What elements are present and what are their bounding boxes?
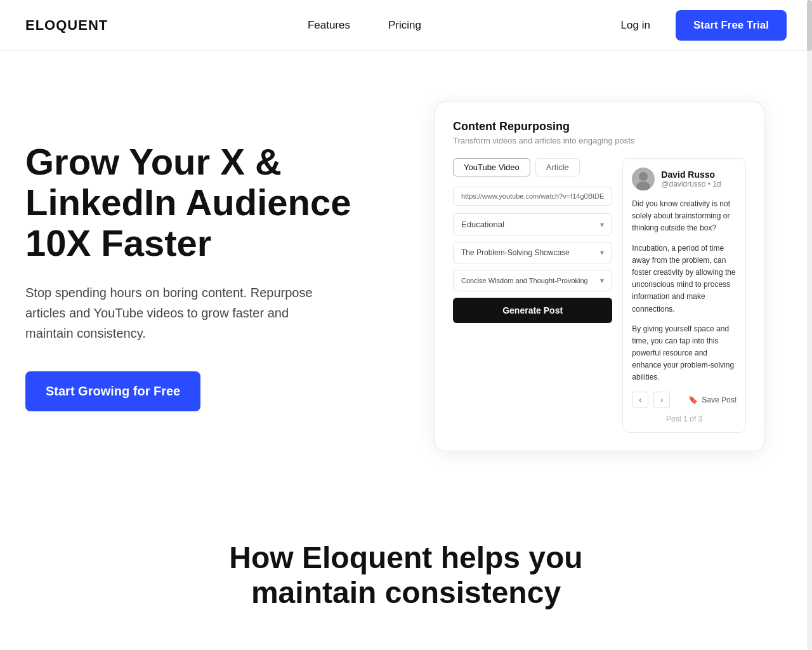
hero-headline: Grow Your X & LinkedIn Audience 10X Fast… [25, 142, 374, 263]
chevron-down-icon: ▾ [600, 220, 604, 229]
scrollbar[interactable] [807, 0, 812, 650]
hero-left: Grow Your X & LinkedIn Audience 10X Fast… [25, 142, 374, 411]
tone-select[interactable]: Educational ▾ [453, 213, 612, 235]
navbar: ELOQUENT Features Pricing Log in Start F… [0, 0, 812, 51]
show-value: The Problem-Solving Showcase [461, 248, 570, 257]
consistency-section: How Eloquent helps you maintain consiste… [0, 489, 812, 650]
prev-arrow[interactable]: ‹ [632, 392, 648, 408]
chevron-down-icon-3: ▾ [600, 276, 604, 285]
style-select[interactable]: Concise Wisdom and Thought-Provoking ▾ [453, 270, 612, 291]
url-input[interactable]: https://www.youtube.com/watch?v=f14g0BtD… [453, 187, 612, 206]
bookmark-icon: 🔖 [688, 395, 698, 404]
chevron-down-icon-2: ▾ [600, 248, 604, 257]
content-repurposing-card: Content Repurposing Transform videos and… [435, 102, 764, 451]
tab-youtube[interactable]: YouTube Video [453, 158, 530, 176]
show-select[interactable]: The Problem-Solving Showcase ▾ [453, 242, 612, 263]
result-text-3: By giving yourself space and time, you c… [632, 323, 737, 384]
result-author: David Russo @davidrusso • 1d [632, 168, 737, 190]
result-nav: ‹ › [632, 392, 670, 408]
nav-login[interactable]: Log in [621, 19, 650, 32]
hero-subheadline: Stop spending hours on boring content. R… [25, 282, 330, 343]
next-arrow[interactable]: › [653, 392, 670, 408]
generate-post-button[interactable]: Generate Post [453, 298, 612, 323]
card-result-col: David Russo @davidrusso • 1d Did you kno… [622, 158, 746, 433]
card-title: Content Repurposing [453, 120, 746, 133]
scrollbar-thumb[interactable] [807, 0, 812, 51]
result-text-1: Did you know creativity is not solely ab… [632, 198, 737, 235]
logo: ELOQUENT [25, 17, 108, 34]
card-subtitle: Transform videos and articles into engag… [453, 136, 746, 145]
hero-section: Grow Your X & LinkedIn Audience 10X Fast… [0, 51, 812, 489]
result-footer: ‹ › 🔖 Save Post [632, 392, 737, 408]
tone-value: Educational [461, 220, 504, 229]
author-name: David Russo [661, 169, 721, 180]
nav-cta-button[interactable]: Start Free Trial [676, 10, 787, 41]
result-text-2: Incubation, a period of time away from t… [632, 242, 737, 315]
card-tabs: YouTube Video Article [453, 158, 612, 176]
author-info: David Russo @davidrusso • 1d [661, 169, 721, 189]
svg-point-1 [639, 172, 648, 181]
author-handle: @davidrusso • 1d [661, 180, 721, 189]
card-form-col: YouTube Video Article https://www.youtub… [453, 158, 612, 433]
nav-right: Log in Start Free Trial [621, 10, 787, 41]
nav-features[interactable]: Features [308, 19, 350, 32]
nav-pricing[interactable]: Pricing [388, 19, 421, 32]
hero-cta-button[interactable]: Start Growing for Free [25, 371, 200, 411]
tab-article[interactable]: Article [535, 158, 580, 176]
post-counter: Post 1 of 3 [632, 415, 737, 423]
save-post-label: Save Post [702, 395, 737, 404]
url-value: https://www.youtube.com/watch?v=f14g0BtD… [461, 192, 604, 200]
nav-links: Features Pricing [308, 19, 421, 32]
card-layout: YouTube Video Article https://www.youtub… [453, 158, 746, 433]
style-value: Concise Wisdom and Thought-Provoking [461, 277, 588, 284]
save-post-button[interactable]: 🔖 Save Post [688, 395, 737, 404]
hero-right: Content Repurposing Transform videos and… [412, 102, 787, 451]
avatar [632, 168, 655, 190]
section-heading: How Eloquent helps you maintain consiste… [184, 540, 628, 610]
